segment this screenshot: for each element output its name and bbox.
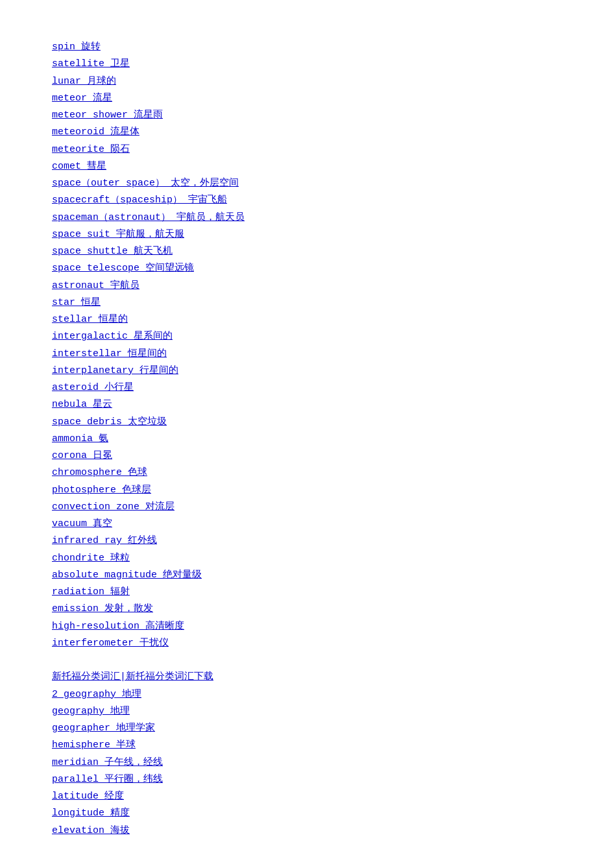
vocab-link[interactable]: interplanetary 行星间的 — [52, 365, 178, 376]
list-item: ammonia 氨 — [52, 431, 561, 448]
list-item: space suit 宇航服，航天服 — [52, 226, 561, 243]
list-item: comet 彗星 — [52, 158, 561, 175]
vocab-link[interactable]: infrared ray 红外线 — [52, 535, 157, 546]
list-item: geographer 地理学家 — [52, 720, 561, 737]
vocab-link[interactable]: latitude 经度 — [52, 791, 124, 802]
list-item: vacuum 真空 — [52, 516, 561, 533]
vocab-link[interactable]: elevation 海拔 — [52, 825, 130, 836]
vocab-link[interactable]: interstellar 恒星间的 — [52, 348, 167, 359]
list-item: longitude 精度 — [52, 805, 561, 822]
list-item: spacecraft（spaceship） 宇宙飞船 — [52, 192, 561, 209]
list-item: absolute magnitude 绝对量级 — [52, 567, 561, 584]
vocab-link[interactable]: vacuum 真空 — [52, 518, 112, 529]
vocab-link[interactable]: space shuttle 航天飞机 — [52, 246, 173, 257]
section-label-link[interactable]: 2 geography 地理 — [52, 689, 141, 700]
list-item: radiation 辐射 — [52, 584, 561, 601]
list-item: spaceman（astronaut） 宇航员，航天员 — [52, 210, 561, 226]
vocab-link[interactable]: meteor 流星 — [52, 93, 112, 104]
list-item: asteroid 小行星 — [52, 380, 561, 396]
vocab-link[interactable]: parallel 平行圈，纬线 — [52, 774, 163, 785]
vocab-link[interactable]: comet 彗星 — [52, 161, 106, 172]
vocab-link[interactable]: space telescope 空间望远镜 — [52, 263, 194, 274]
vocab-link[interactable]: asteroid 小行星 — [52, 382, 134, 393]
vocab-link[interactable]: high-resolution 高清晰度 — [52, 621, 184, 632]
vocab-link[interactable]: spaceman（astronaut） 宇航员，航天员 — [52, 212, 245, 223]
list-item: lunar 月球的 — [52, 73, 561, 90]
spacer — [52, 652, 561, 669]
vocab-link[interactable]: stellar 恒星的 — [52, 314, 128, 325]
vocab-link[interactable]: geography 地理 — [52, 706, 130, 717]
list-item: elevation 海拔 — [52, 823, 561, 839]
vocab-link[interactable]: meteoroid 流星体 — [52, 127, 139, 138]
list-item: high-resolution 高清晰度 — [52, 618, 561, 635]
list-item: meteorite 陨石 — [52, 141, 561, 158]
vocab-link[interactable]: emission 发射，散发 — [52, 603, 153, 614]
section-label: 2 geography 地理 — [52, 686, 561, 703]
list-item: meridian 子午线，经线 — [52, 754, 561, 771]
vocab-link[interactable]: meridian 子午线，经线 — [52, 757, 163, 768]
vocab-link[interactable]: intergalactic 星系间的 — [52, 331, 173, 342]
list-item: hemisphere 半球 — [52, 737, 561, 754]
vocab-link[interactable]: lunar 月球的 — [52, 76, 116, 87]
vocab-link[interactable]: interferometer 干扰仪 — [52, 638, 169, 649]
vocab-link[interactable]: star 恒星 — [52, 297, 101, 308]
list-item: photosphere 色球层 — [52, 482, 561, 499]
vocab-list: spin 旋转 satellite 卫星 lunar 月球的 meteor 流星… — [52, 39, 561, 839]
vocab-link[interactable]: spin 旋转 — [52, 42, 101, 53]
list-item: convection zone 对流层 — [52, 499, 561, 516]
list-item: chondrite 球粒 — [52, 550, 561, 567]
vocab-link[interactable]: space suit 宇航服，航天服 — [52, 229, 184, 240]
vocab-link[interactable]: spacecraft（spaceship） 宇宙飞船 — [52, 195, 227, 206]
vocab-link[interactable]: nebula 星云 — [52, 399, 112, 410]
list-item: stellar 恒星的 — [52, 311, 561, 328]
list-item: meteor shower 流星雨 — [52, 107, 561, 124]
list-item: chromosphere 色球 — [52, 464, 561, 481]
list-item: meteor 流星 — [52, 90, 561, 107]
list-item: meteoroid 流星体 — [52, 124, 561, 141]
list-item: interferometer 干扰仪 — [52, 635, 561, 652]
vocab-link[interactable]: meteor shower 流星雨 — [52, 110, 163, 121]
vocab-link[interactable]: hemisphere 半球 — [52, 740, 136, 751]
vocab-link[interactable]: space（outer space） 太空，外层空间 — [52, 178, 239, 189]
list-item: space（outer space） 太空，外层空间 — [52, 175, 561, 192]
list-item: interplanetary 行星间的 — [52, 363, 561, 380]
vocab-link[interactable]: photosphere 色球层 — [52, 485, 151, 496]
vocab-link[interactable]: geographer 地理学家 — [52, 723, 155, 734]
vocab-link[interactable]: astronaut 宇航员 — [52, 280, 139, 291]
section-header-link[interactable]: 新托福分类词汇|新托福分类词汇下载 — [52, 671, 213, 682]
section-header: 新托福分类词汇|新托福分类词汇下载 — [52, 669, 561, 686]
vocab-link[interactable]: meteorite 陨石 — [52, 144, 130, 155]
list-item: intergalactic 星系间的 — [52, 328, 561, 345]
list-item: latitude 经度 — [52, 788, 561, 805]
list-item: infrared ray 红外线 — [52, 533, 561, 549]
vocab-link[interactable]: ammonia 氨 — [52, 433, 108, 444]
vocab-link[interactable]: absolute magnitude 绝对量级 — [52, 570, 202, 581]
list-item: corona 日冕 — [52, 448, 561, 464]
list-item: space shuttle 航天飞机 — [52, 243, 561, 260]
vocab-link[interactable]: satellite 卫星 — [52, 58, 130, 69]
list-item: spin 旋转 — [52, 39, 561, 56]
list-item: space telescope 空间望远镜 — [52, 260, 561, 277]
list-item: satellite 卫星 — [52, 56, 561, 73]
vocab-link[interactable]: space debris 太空垃圾 — [52, 416, 167, 428]
list-item: emission 发射，散发 — [52, 601, 561, 618]
list-item: parallel 平行圈，纬线 — [52, 771, 561, 788]
list-item: geography 地理 — [52, 703, 561, 720]
list-item: interstellar 恒星间的 — [52, 346, 561, 363]
list-item: nebula 星云 — [52, 396, 561, 413]
list-item: star 恒星 — [52, 295, 561, 311]
list-item: space debris 太空垃圾 — [52, 414, 561, 431]
vocab-link[interactable]: radiation 辐射 — [52, 586, 130, 597]
vocab-link[interactable]: corona 日冕 — [52, 450, 112, 461]
list-item: astronaut 宇航员 — [52, 278, 561, 295]
vocab-link[interactable]: chromosphere 色球 — [52, 467, 147, 478]
vocab-link[interactable]: longitude 精度 — [52, 808, 130, 819]
vocab-link[interactable]: chondrite 球粒 — [52, 553, 130, 564]
vocab-link[interactable]: convection zone 对流层 — [52, 501, 174, 512]
